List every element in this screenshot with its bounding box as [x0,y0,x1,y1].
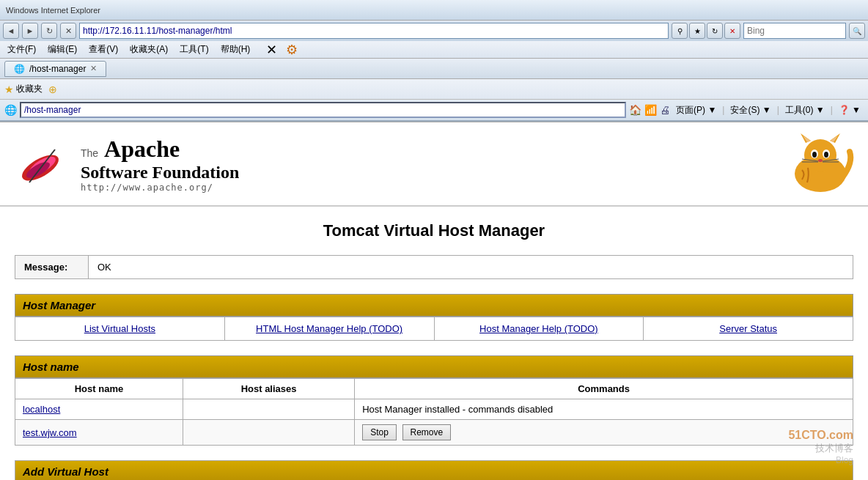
host-test-cell: test.wjw.com [15,420,183,446]
html-help-link[interactable]: HTML Host Manager Help (TODO) [256,323,402,334]
message-value: OK [89,256,853,278]
page-btn[interactable]: 页面(P) ▼ [673,103,719,118]
watermark-line2: 技术博客 [788,442,853,455]
main-content: Tomcat Virtual Host Manager Message: OK … [0,207,868,480]
refresh-icon-btn[interactable]: ↻ [707,23,723,39]
home-icon[interactable]: 🏠 [629,104,641,116]
menu-favorites[interactable]: 收藏夹(A) [127,42,171,57]
address-bar-2: 🌐 🏠 📶 🖨 页面(P) ▼ | 安全(S) ▼ | 工具(0) ▼ | ❓ … [0,100,868,122]
menu-bar: 文件(F) 编辑(E) 查看(V) 收藏夹(A) 工具(T) 帮助(H) ✕ ⚙ [0,41,868,59]
active-tab[interactable]: 🌐 /host-manager ✕ [4,61,106,77]
host-manager-title: Host Manager [23,299,95,311]
add-virtual-host-section: Add Virtual Host Host Name: Aliases: [15,460,853,480]
localhost-aliases-cell [183,399,354,420]
watermark-line3: Blog [788,455,853,465]
table-row: localhost Host Manager installed - comma… [15,399,853,420]
settings-icon[interactable]: ⚙ [286,42,298,58]
nav-icons: ⚲ ★ ↻ ✕ [672,23,740,39]
add-favorites-icon[interactable]: ⊕ [48,84,57,95]
favorites-icon-btn[interactable]: ★ [689,23,705,39]
host-manager-links: List Virtual Hosts HTML Host Manager Hel… [15,317,853,341]
test-aliases-cell [183,420,354,446]
localhost-commands-cell: Host Manager installed - commands disabl… [355,399,853,420]
search-submit-button[interactable]: 🔍 [849,23,865,39]
apache-subtitle: Software Foundation [81,163,239,182]
link-html-help[interactable]: HTML Host Manager Help (TODO) [225,317,435,340]
apache-text-block: The Apache Software Foundation http://ww… [81,136,239,193]
test-commands-cell: Stop Remove [355,420,853,446]
stop-button[interactable]: Stop [362,424,397,440]
apache-the: The Apache [81,136,239,163]
nav-bar: ◄ ► ↻ ✕ ⚲ ★ ↻ ✕ 🔍 [0,21,868,41]
close-tab-icon[interactable]: ✕ [266,42,277,58]
stop-button[interactable]: ✕ [60,23,76,39]
refresh-button[interactable]: ↻ [41,23,57,39]
svg-point-13 [824,152,828,158]
link-list-virtual-hosts[interactable]: List Virtual Hosts [15,317,225,340]
list-virtual-hosts-link[interactable]: List Virtual Hosts [84,323,155,334]
apache-title: Apache [104,136,180,162]
security-btn[interactable]: 安全(S) ▼ [727,103,773,118]
tools-btn[interactable]: 工具(0) ▼ [782,103,828,118]
apache-url: http://www.apache.org/ [81,182,239,193]
page-title: Tomcat Virtual Host Manager [15,221,853,240]
apache-feather-logo [15,135,73,193]
host-manager-help-link[interactable]: Host Manager Help (TODO) [479,323,598,334]
help-btn[interactable]: ❓ ▼ [836,103,864,117]
apache-header: The Apache Software Foundation http://ww… [0,122,868,207]
menu-file[interactable]: 文件(F) [4,42,39,57]
title-bar: Windows Internet Explorer [0,0,868,21]
favorites-bar: ★ 收藏夹 ⊕ [0,79,868,100]
rss-icon[interactable]: 📶 [644,104,657,116]
message-label: Message: [15,256,89,278]
test-host-link[interactable]: test.wjw.com [23,427,77,438]
tab-bar: 🌐 /host-manager ✕ [0,59,868,79]
table-row: test.wjw.com Stop Remove [15,420,853,446]
svg-point-5 [804,139,836,171]
title-bar-text: Windows Internet Explorer [6,6,100,15]
svg-point-12 [812,152,817,158]
localhost-link[interactable]: localhost [23,404,60,415]
print-icon[interactable]: 🖨 [660,104,670,116]
tomcat-logo [780,130,853,198]
col-commands: Commands [355,379,853,399]
search-icon-btn[interactable]: ⚲ [672,23,688,39]
sep1: | [722,105,724,115]
add-virtual-host-title: Add Virtual Host [23,465,108,478]
menu-tools[interactable]: 工具(T) [177,42,211,57]
add-virtual-host-header: Add Virtual Host [15,461,853,480]
back-button[interactable]: ◄ [3,23,19,39]
host-name-title: Host name [23,361,79,373]
col-host-name: Host name [15,379,183,399]
host-name-section: Host name Host name Host aliases Command… [15,355,853,446]
page-content: The Apache Software Foundation http://ww… [0,122,868,480]
favorites-button[interactable]: ★ 收藏夹 [4,83,43,95]
tab-close-button[interactable]: ✕ [90,64,97,73]
link-host-manager-help[interactable]: Host Manager Help (TODO) [435,317,644,340]
watermark-title: 51CTO.com [788,429,853,442]
menu-view[interactable]: 查看(V) [86,42,121,57]
message-box: Message: OK [15,255,853,279]
link-server-status[interactable]: Server Status [644,317,853,340]
address-icons: 🏠 📶 🖨 [629,104,670,116]
forward-button[interactable]: ► [22,23,38,39]
host-localhost-cell: localhost [15,399,183,420]
page-favicon: 🌐 [4,104,17,116]
browser-chrome: Windows Internet Explorer ◄ ► ↻ ✕ ⚲ ★ ↻ … [0,0,868,122]
host-manager-header: Host Manager [15,294,853,317]
address-input-2[interactable] [20,102,626,118]
host-name-table: Host name Host aliases Commands localhos… [15,378,853,446]
sep2: | [777,105,779,115]
page-tools: 页面(P) ▼ | 安全(S) ▼ | 工具(0) ▼ | ❓ ▼ [673,103,864,118]
watermark: 51CTO.com 技术博客 Blog [788,429,853,465]
remove-button[interactable]: Remove [402,424,452,440]
search-input[interactable] [743,23,846,39]
menu-edit[interactable]: 编辑(E) [45,42,80,57]
tab-label: /host-manager [29,64,86,74]
server-status-link[interactable]: Server Status [719,323,777,334]
host-manager-section: Host Manager List Virtual Hosts HTML Hos… [15,294,853,341]
address-bar[interactable] [79,23,669,39]
menu-help[interactable]: 帮助(H) [218,42,254,57]
stop-icon-btn[interactable]: ✕ [724,23,740,39]
apache-logo-left: The Apache Software Foundation http://ww… [15,135,239,193]
